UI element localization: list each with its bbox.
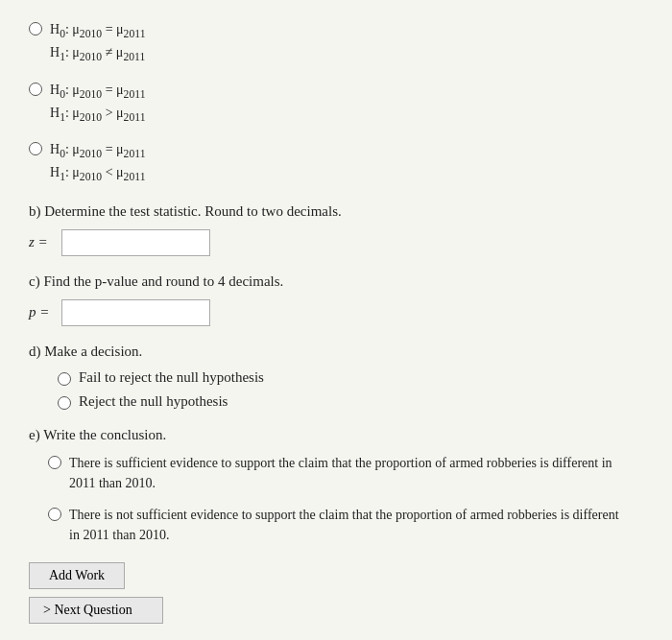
z-label: z = [29, 234, 56, 250]
conclusion-1-text: There is sufficient evidence to support … [69, 453, 626, 493]
part-c-label: c) Find the p-value and round to 4 decim… [29, 273, 643, 290]
part-b-section: b) Determine the test statistic. Round t… [29, 203, 643, 256]
button-row: Add Work > Next Question [29, 562, 643, 624]
z-input[interactable] [61, 229, 210, 256]
hypothesis-3-text: H0: μ2010 = μ2011 H1: μ2010 < μ2011 [50, 139, 145, 186]
part-e-section: e) Write the conclusion. There is suffic… [29, 427, 643, 545]
reject-label: Reject the null hypothesis [79, 393, 228, 410]
hypothesis-option-1: H0: μ2010 = μ2011 H1: μ2010 ≠ μ2011 [29, 19, 643, 66]
radio-conclusion-2[interactable] [48, 508, 61, 521]
decision-option-2: Reject the null hypothesis [58, 393, 643, 410]
radio-conclusion-1[interactable] [48, 456, 61, 469]
p-input[interactable] [61, 299, 210, 326]
part-d-section: d) Make a decision. Fail to reject the n… [29, 344, 643, 410]
hypothesis-option-2: H0: μ2010 = μ2011 H1: μ2010 > μ2011 [29, 80, 643, 127]
next-question-button[interactable]: > Next Question [29, 597, 163, 624]
conclusion-option-2: There is not sufficient evidence to supp… [48, 505, 643, 545]
part-d-label: d) Make a decision. [29, 344, 643, 360]
radio-hypothesis-2[interactable] [29, 83, 42, 96]
part-b-label: b) Determine the test statistic. Round t… [29, 203, 643, 220]
radio-fail-to-reject[interactable] [58, 372, 71, 386]
radio-reject[interactable] [58, 396, 71, 410]
p-label: p = [29, 304, 56, 320]
conclusion-option-1: There is sufficient evidence to support … [48, 453, 643, 493]
hypothesis-section: H0: μ2010 = μ2011 H1: μ2010 ≠ μ2011 H0: … [29, 19, 643, 186]
radio-hypothesis-1[interactable] [29, 22, 42, 36]
hypothesis-option-3: H0: μ2010 = μ2011 H1: μ2010 < μ2011 [29, 139, 643, 186]
decision-option-1: Fail to reject the null hypothesis [58, 369, 643, 386]
add-work-button[interactable]: Add Work [29, 562, 125, 589]
radio-hypothesis-3[interactable] [29, 142, 42, 155]
conclusion-2-text: There is not sufficient evidence to supp… [69, 505, 626, 545]
fail-to-reject-label: Fail to reject the null hypothesis [79, 369, 264, 386]
hypothesis-2-text: H0: μ2010 = μ2011 H1: μ2010 > μ2011 [50, 80, 145, 127]
part-c-section: c) Find the p-value and round to 4 decim… [29, 273, 643, 326]
part-e-label: e) Write the conclusion. [29, 427, 643, 443]
hypothesis-1-text: H0: μ2010 = μ2011 H1: μ2010 ≠ μ2011 [50, 19, 145, 66]
